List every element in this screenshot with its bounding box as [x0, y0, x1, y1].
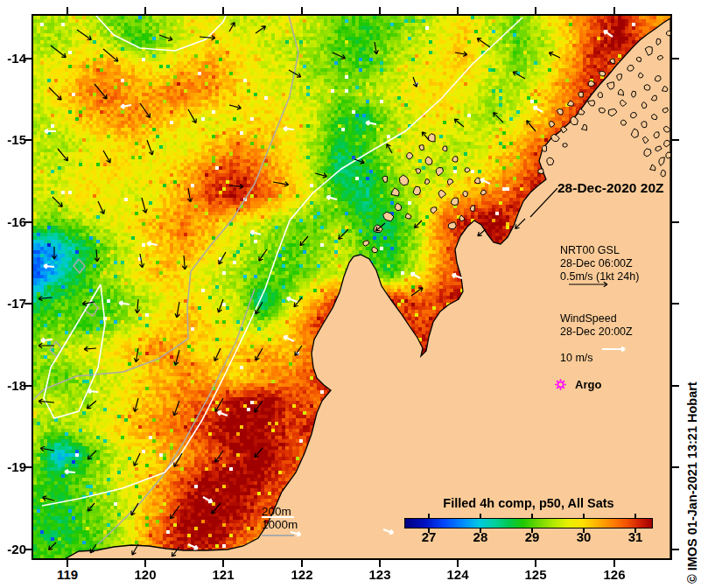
- x-axis-label: 119: [48, 567, 87, 582]
- oceancurrent-sst-map: 119120121122123124125126-14-15-16-17-18-…: [0, 0, 708, 588]
- colorbar-tick-label: 29: [516, 529, 548, 544]
- y-tick-right: [672, 303, 679, 304]
- bathy-1000m-label: 1000m: [262, 518, 298, 531]
- colorbar-tick: [531, 514, 533, 518]
- windspeed-legend-line3: 10 m/s: [560, 352, 593, 364]
- y-tick-right: [672, 385, 679, 387]
- sst-map-canvas: [33, 16, 670, 558]
- x-tick-bottom: [144, 560, 146, 567]
- gsl-legend: NRT00 GSL28-Dec 06:00Z0.5m/s (1kt 24h): [560, 244, 639, 284]
- x-axis-label: 123: [361, 567, 399, 582]
- colorbar-title: Filled 4h comp, p50, All Sats: [397, 496, 660, 510]
- colorbar: [404, 518, 653, 528]
- colorbar-tick: [480, 514, 481, 518]
- x-tick-top: [144, 7, 146, 14]
- colorbar-tick-label: 31: [620, 529, 651, 544]
- x-axis-label: 122: [283, 567, 321, 582]
- x-tick-top: [222, 7, 224, 14]
- gsl-legend-line1: NRT00 GSL: [560, 244, 620, 256]
- windspeed-legend-line2: 28-Dec 20:00Z: [560, 326, 633, 338]
- x-tick-top: [457, 7, 459, 14]
- argo-label: Argo: [575, 378, 601, 391]
- gsl-legend-line3: 0.5m/s (1kt 24h): [560, 270, 639, 283]
- y-axis-label: -14: [2, 51, 26, 66]
- x-tick-bottom: [301, 560, 303, 567]
- x-axis-label: 126: [595, 567, 634, 582]
- x-tick-bottom: [379, 560, 381, 567]
- colorbar-tick-label: 28: [465, 529, 496, 544]
- y-axis-label: -19: [2, 459, 26, 474]
- x-tick-bottom: [67, 560, 68, 567]
- y-tick-right: [672, 549, 679, 550]
- x-axis-label: 125: [516, 567, 555, 582]
- y-tick-right: [672, 466, 679, 468]
- x-tick-top: [613, 7, 615, 14]
- argo-marker-icon: [554, 378, 567, 391]
- bathy-1000m-sample-line: [262, 535, 294, 536]
- x-tick-bottom: [613, 560, 615, 567]
- y-axis-label: -16: [2, 214, 26, 229]
- y-axis-label: -15: [2, 132, 26, 147]
- x-tick-top: [535, 7, 536, 14]
- gsl-legend-line2: 28-Dec 06:00Z: [560, 257, 633, 270]
- x-tick-bottom: [222, 560, 224, 567]
- y-tick-right: [672, 139, 679, 141]
- bathy-200m-sample-line: [262, 516, 294, 518]
- colorbar-tick: [428, 514, 430, 518]
- colorbar-tick-label: 30: [568, 529, 599, 544]
- colorbar-tick: [583, 514, 585, 518]
- datetime-label: 28-Dec-2020 20Z: [557, 181, 664, 194]
- y-axis-label: -20: [2, 542, 26, 556]
- x-tick-bottom: [457, 560, 459, 567]
- credit-text: © IMOS 01-Jan-2021 13:21 Hobart: [685, 328, 699, 584]
- windspeed-legend: WindSpeed28-Dec 20:00Z10 m/s: [560, 312, 633, 365]
- colorbar-tick: [634, 514, 636, 518]
- y-axis-label: -17: [2, 296, 26, 311]
- x-tick-top: [67, 7, 68, 14]
- x-axis-label: 124: [438, 567, 477, 582]
- y-tick-right: [672, 221, 679, 223]
- y-axis-label: -18: [2, 378, 26, 393]
- x-tick-top: [379, 7, 381, 14]
- x-axis-label: 121: [204, 567, 242, 582]
- colorbar-tick-label: 27: [413, 529, 445, 544]
- windspeed-legend-line1: WindSpeed: [560, 312, 617, 325]
- x-tick-bottom: [535, 560, 536, 567]
- x-tick-top: [301, 7, 303, 14]
- x-axis-label: 120: [126, 567, 165, 582]
- y-tick-right: [672, 58, 679, 60]
